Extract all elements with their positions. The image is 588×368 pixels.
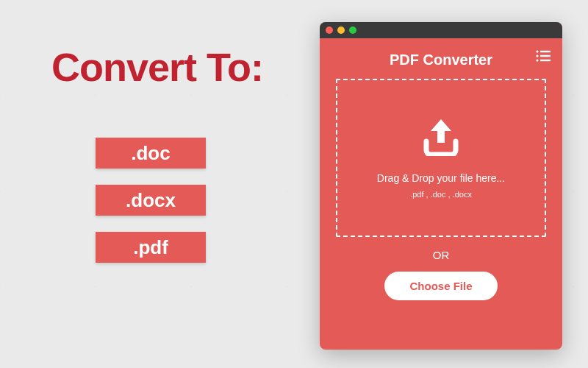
svg-rect-3	[540, 55, 551, 57]
accepted-formats: .pdf , .doc , .docx	[410, 190, 472, 199]
upload-icon	[419, 118, 463, 159]
app-header: PDF Converter	[320, 38, 562, 79]
svg-rect-5	[540, 60, 551, 61]
minimize-icon[interactable]	[337, 26, 345, 34]
choose-file-button[interactable]: Choose File	[384, 272, 497, 300]
drop-area: Drag & Drop your file here... .pdf , .do…	[320, 79, 562, 350]
format-badge-docx: .docx	[96, 185, 206, 216]
or-divider: OR	[433, 249, 450, 261]
list-icon[interactable]	[536, 50, 551, 62]
format-badge-pdf: .pdf	[96, 232, 206, 263]
drop-instruction: Drag & Drop your file here...	[377, 172, 505, 184]
app-window: PDF Converter	[320, 22, 562, 350]
promo-panel: Convert To: .doc .docx .pdf	[0, 0, 320, 368]
format-badge-doc: .doc	[96, 138, 206, 169]
svg-rect-1	[540, 51, 551, 52]
close-icon[interactable]	[326, 26, 333, 34]
svg-point-4	[536, 59, 538, 61]
maximize-icon[interactable]	[349, 26, 356, 34]
svg-point-2	[536, 54, 538, 57]
format-list: .doc .docx .pdf	[51, 138, 305, 263]
drop-zone[interactable]: Drag & Drop your file here... .pdf , .do…	[336, 79, 546, 237]
headline: Convert To:	[51, 44, 305, 90]
svg-point-0	[536, 50, 538, 52]
app-title: PDF Converter	[390, 52, 492, 68]
window-titlebar	[320, 22, 562, 38]
